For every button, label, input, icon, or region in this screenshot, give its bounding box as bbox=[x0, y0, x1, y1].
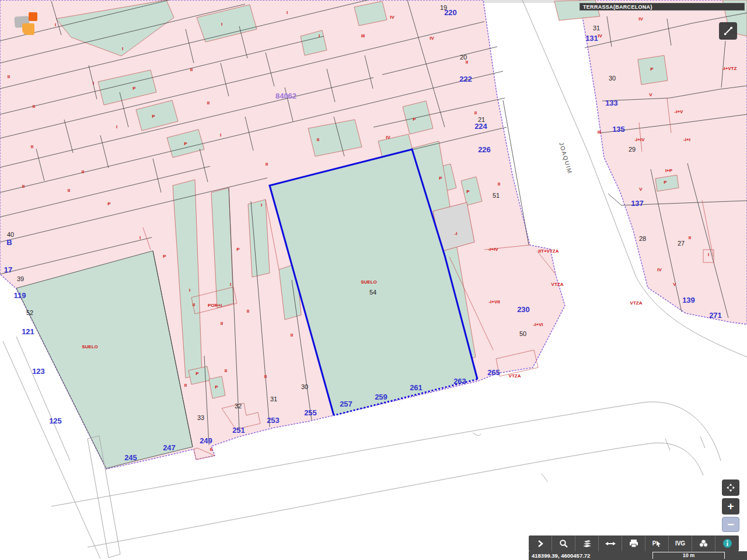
map-label: -I+V bbox=[675, 109, 684, 114]
layers-button[interactable] bbox=[575, 536, 599, 551]
map-label: SUELO bbox=[82, 344, 98, 349]
viewer-logo[interactable] bbox=[12, 10, 41, 38]
map-label: I bbox=[261, 202, 262, 208]
map-label: 30 bbox=[301, 383, 308, 390]
map-label: 31 bbox=[270, 396, 277, 402]
map-label: III bbox=[598, 130, 602, 135]
zoom-out-button[interactable]: − bbox=[722, 517, 739, 532]
map-label: I bbox=[708, 252, 709, 257]
map-label: V bbox=[639, 187, 643, 192]
map-label: II bbox=[31, 144, 33, 149]
measure-button[interactable] bbox=[599, 536, 622, 551]
scale-label: 10 m bbox=[683, 552, 695, 558]
map-label: P bbox=[152, 114, 155, 119]
ivg-button[interactable]: IVG bbox=[669, 536, 692, 551]
info-icon bbox=[722, 538, 732, 548]
map-label: 52 bbox=[26, 309, 33, 316]
map-label: 31 bbox=[593, 24, 600, 32]
map-label: -I bbox=[455, 231, 458, 236]
map-label: -I+IV bbox=[634, 137, 645, 142]
map-label: 222 bbox=[459, 75, 472, 83]
map-label: 137 bbox=[631, 199, 644, 208]
status-bar: 418399.39, 4600457.72 10 m bbox=[529, 551, 747, 560]
map-label: IV bbox=[390, 15, 395, 20]
map-label: 245 bbox=[124, 453, 137, 462]
map-label: I bbox=[139, 235, 141, 240]
map-label: 247 bbox=[163, 443, 176, 452]
map-label: P bbox=[163, 254, 166, 259]
municipality-bar: TERRASSA(BARCELONA) bbox=[580, 3, 745, 10]
map-label: 224 bbox=[474, 122, 487, 131]
map-label: B bbox=[6, 238, 12, 247]
map-label: II bbox=[68, 188, 70, 193]
map-label: 39 bbox=[17, 275, 24, 282]
map-label: 253 bbox=[267, 416, 280, 425]
map-label: 33 bbox=[197, 414, 204, 421]
point-info-button[interactable]: P bbox=[645, 536, 669, 551]
map-label: 257 bbox=[340, 400, 352, 408]
map-label: P bbox=[184, 141, 187, 146]
zoom-in-button[interactable]: + bbox=[722, 498, 739, 514]
map-label: I bbox=[287, 10, 288, 15]
pan-icon bbox=[726, 483, 735, 492]
map-label: 84062 bbox=[275, 92, 296, 100]
map-label: 40 bbox=[7, 231, 14, 238]
map-label: VTZA bbox=[630, 300, 643, 306]
map-label: 125 bbox=[49, 416, 62, 425]
map-label: I bbox=[221, 22, 222, 27]
layers-icon bbox=[582, 539, 592, 548]
magnifier-icon bbox=[559, 539, 568, 548]
printer-icon bbox=[629, 539, 638, 548]
map-label: P bbox=[664, 180, 667, 185]
map-canvas[interactable]: JOAQUIM 220222224226B1711912112312524524… bbox=[0, 0, 747, 560]
map-label: II bbox=[474, 110, 477, 116]
map-label: P bbox=[466, 189, 470, 194]
chevron-right-icon bbox=[537, 540, 544, 548]
map-label: 121 bbox=[22, 327, 34, 336]
map-label: P bbox=[107, 201, 111, 206]
pointer-p-icon: P bbox=[652, 540, 657, 547]
map-label: II bbox=[266, 162, 268, 167]
map-label: I bbox=[55, 22, 56, 27]
map-label: -I+VII bbox=[488, 299, 500, 304]
map-label: -I+VTZ bbox=[722, 66, 737, 71]
map-label: 119 bbox=[14, 291, 26, 300]
map-label: IV bbox=[638, 16, 643, 22]
map-label: 139 bbox=[682, 296, 695, 304]
map-label: 51 bbox=[493, 192, 500, 199]
map-label: 19 bbox=[440, 4, 447, 11]
map-label: II bbox=[210, 447, 212, 452]
ivg-label: IVG bbox=[675, 540, 685, 547]
scale-bar: 10 m bbox=[652, 552, 725, 559]
print-button[interactable] bbox=[622, 536, 645, 551]
map-label: 263 bbox=[453, 377, 466, 386]
map-label: 133 bbox=[605, 99, 618, 107]
map-label: -I+I bbox=[683, 137, 690, 142]
search-button[interactable] bbox=[552, 536, 575, 551]
map-label: -I+VI bbox=[533, 322, 543, 327]
map-label: 265 bbox=[487, 368, 500, 377]
map-label: 50 bbox=[519, 330, 526, 337]
map-label: I bbox=[230, 282, 231, 287]
pan-button[interactable] bbox=[722, 480, 739, 496]
map-label: II bbox=[207, 100, 210, 106]
collapse-button[interactable] bbox=[529, 536, 552, 551]
map-label: 28 bbox=[639, 235, 646, 242]
map-label: II bbox=[33, 104, 35, 109]
map-label: I bbox=[122, 46, 123, 51]
map-label: P bbox=[413, 117, 416, 122]
map-label: 255 bbox=[304, 408, 317, 417]
map-label: IV bbox=[598, 33, 602, 38]
map-label: II bbox=[466, 60, 468, 65]
cadastral-map-svg[interactable]: JOAQUIM 220222224226B1711912112312524524… bbox=[0, 0, 747, 560]
map-label: IV bbox=[386, 135, 390, 140]
map-label: II bbox=[22, 184, 25, 189]
info-button[interactable] bbox=[715, 536, 739, 551]
map-label: I bbox=[189, 288, 190, 293]
fullscreen-button[interactable] bbox=[719, 22, 737, 40]
map-label: 230 bbox=[517, 305, 530, 314]
map-label: II bbox=[247, 309, 249, 314]
cursor-icon bbox=[656, 540, 661, 547]
cartography-button[interactable] bbox=[692, 536, 715, 551]
map-label: IV bbox=[430, 36, 434, 41]
